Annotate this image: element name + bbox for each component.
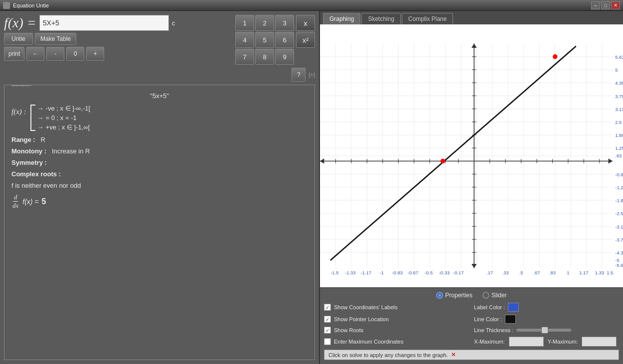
even-odd-row: f is neither even nor odd bbox=[11, 182, 308, 189]
svg-text:1.25: 1.25 bbox=[615, 145, 623, 151]
maximize-button[interactable]: □ bbox=[601, 1, 610, 9]
print-row: print ← - 0 + bbox=[4, 47, 232, 61]
svg-text:-5.63: -5.63 bbox=[615, 262, 623, 268]
prop-label-pointer: Show Pointer Location bbox=[334, 316, 389, 322]
solve-notice-close[interactable]: ✕ bbox=[451, 352, 456, 358]
svg-text:4.38: 4.38 bbox=[615, 80, 623, 86]
radio-slider[interactable]: Slider bbox=[482, 292, 507, 299]
calc-btn-1[interactable]: 1 bbox=[235, 15, 254, 31]
radio-row: Properties Slider bbox=[324, 292, 619, 299]
minimize-button[interactable]: – bbox=[591, 1, 600, 9]
app-icon bbox=[3, 2, 10, 9]
tab-complix-plane[interactable]: Complix Plane bbox=[402, 13, 453, 24]
left-panel: f(x) = c Untie Make Table print ← - 0 + bbox=[0, 11, 319, 364]
c-label: c bbox=[172, 19, 175, 27]
calc-btn-3[interactable]: 3 bbox=[275, 15, 294, 31]
checkbox-coordinates[interactable] bbox=[324, 304, 331, 311]
label-color-label: Label Color : bbox=[474, 304, 505, 310]
radio-slider-label: Slider bbox=[491, 292, 507, 299]
prop-grid: Show Coordinates' Labels Label Color : S… bbox=[324, 303, 619, 347]
svg-text:.17: .17 bbox=[486, 270, 493, 275]
fx-colon: f(x) : bbox=[11, 108, 26, 116]
arrow-1: → bbox=[37, 105, 44, 112]
svg-text:-1.88: -1.88 bbox=[615, 198, 623, 203]
conditions-list: → -ve ; x ∈ ]-∞,-1[ → = 0 ; x = -1 → +ve… bbox=[37, 105, 91, 131]
fx-analysis: f(x) : → -ve ; x ∈ ]-∞,-1[ → = 0 ; x = -… bbox=[11, 105, 308, 131]
solve-notice: Click on solve to apply any changes to t… bbox=[324, 350, 619, 360]
svg-text:.5: .5 bbox=[519, 270, 523, 275]
max-coord-inputs: X-Maximum: Y-Maximum: bbox=[474, 337, 619, 347]
prop-label-roots: Show Roots bbox=[334, 327, 363, 333]
calc-btn-5[interactable]: 5 bbox=[255, 32, 274, 48]
svg-text:5.63: 5.63 bbox=[615, 54, 623, 60]
arrow-3: → bbox=[37, 123, 44, 131]
equation-input[interactable] bbox=[39, 15, 169, 31]
zero-button[interactable]: 0 bbox=[66, 47, 84, 61]
tab-graphing[interactable]: Graphing bbox=[323, 13, 360, 24]
calc-btn-6[interactable]: 6 bbox=[275, 32, 294, 48]
print-button[interactable]: print bbox=[4, 47, 24, 61]
svg-text:-1.25: -1.25 bbox=[615, 185, 623, 190]
radio-properties[interactable]: Properties bbox=[436, 292, 472, 299]
derivative-value: 5 bbox=[42, 197, 46, 206]
bracket-section: → -ve ; x ∈ ]-∞,-1[ → = 0 ; x = -1 → +ve… bbox=[30, 105, 91, 131]
svg-text:-0.5: -0.5 bbox=[425, 270, 433, 275]
help-button[interactable]: ? bbox=[292, 68, 306, 82]
svg-text:-4.38: -4.38 bbox=[615, 250, 623, 255]
checkbox-max-coords[interactable] bbox=[324, 338, 331, 345]
range-row: Range : R bbox=[11, 136, 308, 143]
svg-text:.63: .63 bbox=[615, 153, 622, 158]
slider-thumb[interactable] bbox=[541, 327, 548, 334]
line-color-swatch[interactable] bbox=[505, 315, 516, 324]
checkbox-roots[interactable] bbox=[324, 327, 331, 334]
title-bar: Equation Untie – □ ✕ bbox=[0, 0, 623, 11]
svg-point-112 bbox=[553, 55, 557, 59]
equation-area: f(x) = c Untie Make Table print ← - 0 + bbox=[4, 15, 232, 61]
solve-notice-text: Click on solve to apply any changes to t… bbox=[328, 352, 448, 358]
monotony-row: Monotony : Increase in R bbox=[11, 147, 308, 155]
line-thickness-row: Line Thickness : bbox=[474, 327, 619, 334]
solution-title: "5x+5" bbox=[11, 92, 308, 100]
symmetry-row: Symmetry : bbox=[11, 159, 308, 166]
x-button[interactable]: x bbox=[296, 15, 315, 31]
x-max-label: X-Maximum: bbox=[474, 339, 505, 345]
svg-text:3.13: 3.13 bbox=[615, 107, 623, 112]
x2-button[interactable]: x² bbox=[296, 32, 315, 48]
calc-btn-8[interactable]: 8 bbox=[255, 49, 274, 65]
radio-properties-circle bbox=[436, 292, 443, 299]
label-color-swatch[interactable] bbox=[508, 303, 519, 312]
svg-point-111 bbox=[441, 159, 445, 163]
plus-button[interactable]: + bbox=[86, 47, 104, 61]
calculator-section: 1 2 3 4 5 6 7 8 9 x x² bbox=[235, 15, 315, 65]
make-table-button[interactable]: Make Table bbox=[35, 33, 76, 45]
y-max-input[interactable] bbox=[582, 337, 617, 347]
calc-btn-4[interactable]: 4 bbox=[235, 32, 254, 48]
left-bracket bbox=[30, 105, 35, 131]
calc-btn-7[interactable]: 7 bbox=[235, 49, 254, 65]
expand-button[interactable]: [+] bbox=[309, 72, 315, 78]
close-button[interactable]: ✕ bbox=[611, 1, 620, 9]
help-expand-row: ? [+] bbox=[4, 68, 315, 82]
slider-track bbox=[516, 329, 571, 332]
properties-panel: Properties Slider Show Coordinates' Labe… bbox=[320, 287, 623, 364]
x-max-input[interactable] bbox=[509, 337, 544, 347]
prop-row-roots: Show Roots bbox=[324, 327, 469, 334]
solution-box: Solution "5x+5" f(x) : → -ve ; x ∈ ]-∞,-… bbox=[4, 85, 315, 360]
tab-sketching[interactable]: Sketching bbox=[361, 13, 401, 24]
svg-text:.33: .33 bbox=[502, 270, 509, 275]
checkbox-pointer[interactable] bbox=[324, 316, 331, 323]
svg-text:-3.13: -3.13 bbox=[615, 224, 623, 230]
thickness-slider[interactable] bbox=[516, 329, 571, 332]
svg-text:1.33: 1.33 bbox=[595, 270, 604, 275]
prop-label-coordinates: Show Coordinates' Labels bbox=[334, 304, 397, 310]
calc-btn-2[interactable]: 2 bbox=[255, 15, 274, 31]
line-thickness-label: Line Thickness : bbox=[474, 327, 513, 333]
minus-button[interactable]: - bbox=[46, 47, 64, 61]
svg-text:3.75: 3.75 bbox=[615, 94, 623, 99]
x-buttons: x x² bbox=[296, 15, 315, 65]
backspace-button[interactable]: ← bbox=[26, 47, 44, 61]
equation-row: f(x) = c bbox=[4, 15, 232, 31]
calc-btn-9[interactable]: 9 bbox=[275, 49, 294, 65]
svg-text:5: 5 bbox=[615, 67, 618, 73]
untie-button[interactable]: Untie bbox=[4, 33, 33, 45]
